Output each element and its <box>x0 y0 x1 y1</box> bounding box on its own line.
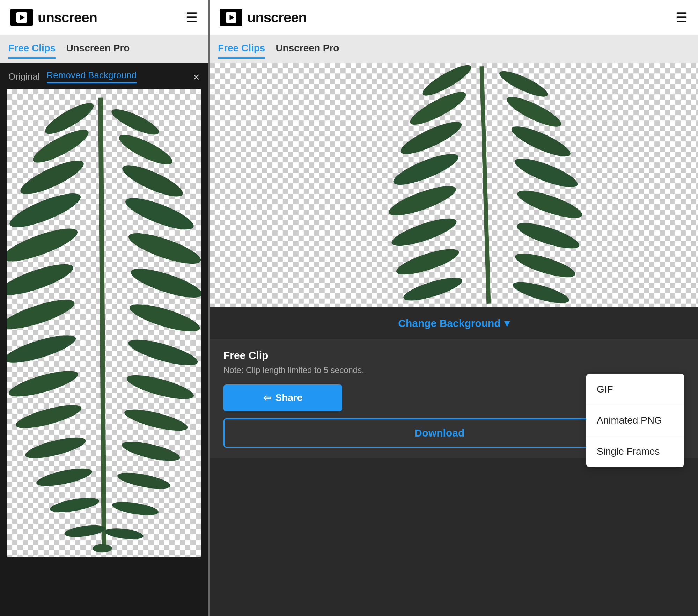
svg-point-31 <box>93 544 112 552</box>
svg-point-3 <box>42 98 97 139</box>
right-panel: unscreen ☰ Free Clips Unscreen Pro <box>210 0 698 616</box>
svg-point-10 <box>122 192 197 236</box>
svg-point-24 <box>120 438 181 465</box>
left-logo-text: unscreen <box>38 10 97 25</box>
close-button[interactable]: × <box>193 71 200 83</box>
right-tab-free-clips[interactable]: Free Clips <box>218 39 265 59</box>
left-menu-button[interactable]: ☰ <box>186 11 198 24</box>
modal-tabs: Original Removed Background <box>8 70 137 83</box>
right-logo: unscreen <box>220 9 307 26</box>
modal-header: Original Removed Background × <box>7 70 201 83</box>
svg-point-11 <box>7 222 81 267</box>
right-logo-text: unscreen <box>247 10 307 25</box>
leaf-image-left <box>7 89 201 557</box>
dropdown-item-gif[interactable]: GIF <box>586 374 684 405</box>
right-content: Change Background ▾ Free Clip Note: Clip… <box>210 63 698 616</box>
dropdown-item-animated-png[interactable]: Animated PNG <box>586 405 684 436</box>
download-dropdown-menu: GIF Animated PNG Single Frames <box>586 374 684 467</box>
dropdown-item-single-frames[interactable]: Single Frames <box>586 436 684 467</box>
svg-point-6 <box>116 130 176 170</box>
svg-point-30 <box>104 527 144 541</box>
svg-point-15 <box>7 294 77 335</box>
play-icon <box>15 11 28 24</box>
right-tab-unscreen-pro[interactable]: Unscreen Pro <box>275 39 339 59</box>
share-icon: ⇦ <box>263 392 271 404</box>
right-menu-button[interactable]: ☰ <box>676 11 688 24</box>
left-header: unscreen ☰ <box>0 0 208 35</box>
right-image-container <box>210 63 698 307</box>
svg-point-4 <box>109 105 162 139</box>
svg-point-29 <box>64 523 106 539</box>
share-label: Share <box>275 392 303 403</box>
free-clip-title: Free Clip <box>223 350 684 361</box>
svg-point-28 <box>111 499 159 518</box>
svg-point-26 <box>116 469 172 492</box>
svg-point-23 <box>23 433 87 463</box>
share-button[interactable]: ⇦ Share <box>223 384 342 411</box>
modal-tab-original[interactable]: Original <box>8 71 40 82</box>
svg-point-20 <box>125 371 196 404</box>
right-header: unscreen ☰ <box>210 0 698 35</box>
svg-point-8 <box>119 160 186 202</box>
left-tab-free-clips[interactable]: Free Clips <box>8 39 56 59</box>
right-play-icon <box>225 11 237 24</box>
svg-line-2 <box>101 98 104 549</box>
svg-point-18 <box>126 335 200 371</box>
svg-point-17 <box>7 330 78 368</box>
leaf-image-right <box>210 63 698 307</box>
change-background-button[interactable]: Change Background ▾ <box>210 307 698 339</box>
left-logo-icon <box>10 9 33 26</box>
svg-point-13 <box>7 258 76 301</box>
left-image-container <box>7 89 201 557</box>
svg-point-12 <box>126 227 201 270</box>
change-bg-label: Change Background <box>398 317 500 329</box>
left-content: Original Removed Background × <box>0 63 208 616</box>
svg-point-25 <box>35 465 93 490</box>
svg-point-27 <box>49 495 100 515</box>
right-logo-icon <box>220 9 242 26</box>
svg-point-16 <box>127 299 201 337</box>
svg-point-9 <box>7 187 84 234</box>
right-nav-tabs: Free Clips Unscreen Pro <box>210 35 698 63</box>
svg-point-22 <box>123 405 189 435</box>
svg-point-7 <box>17 155 87 200</box>
svg-point-19 <box>7 366 80 402</box>
svg-point-21 <box>14 401 83 433</box>
left-tab-unscreen-pro[interactable]: Unscreen Pro <box>66 39 130 59</box>
left-panel: unscreen ☰ Free Clips Unscreen Pro Origi… <box>0 0 210 616</box>
left-nav-tabs: Free Clips Unscreen Pro <box>0 35 208 63</box>
left-logo: unscreen <box>10 9 97 26</box>
chevron-down-icon: ▾ <box>504 317 509 329</box>
bottom-section: Free Clip Note: Clip length limited to 5… <box>210 339 698 458</box>
svg-point-14 <box>128 263 201 303</box>
modal-tab-removed-bg[interactable]: Removed Background <box>47 70 137 83</box>
